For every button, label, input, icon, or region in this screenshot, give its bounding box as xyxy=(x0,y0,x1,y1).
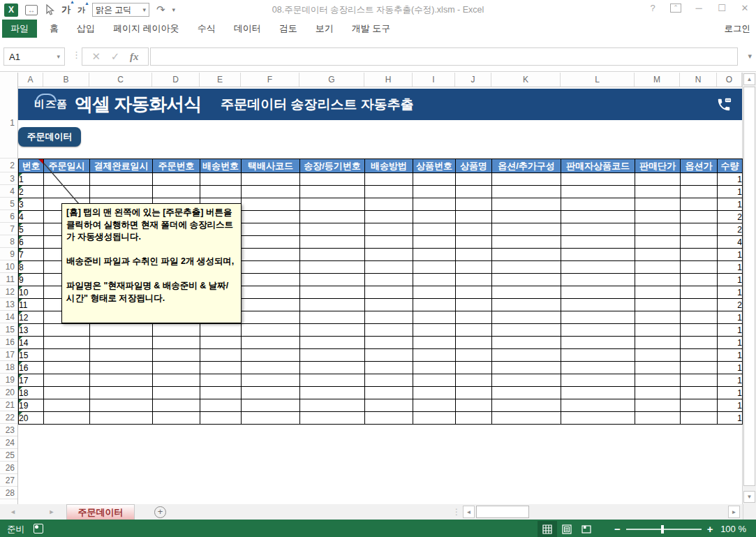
empty-cell[interactable] xyxy=(413,412,456,425)
empty-cell[interactable] xyxy=(561,261,635,274)
table-header-cell[interactable]: 상품명 xyxy=(456,159,492,173)
quantity-cell[interactable]: 1 xyxy=(718,198,743,211)
empty-cell[interactable] xyxy=(242,211,300,223)
column-header[interactable]: N xyxy=(680,73,717,87)
empty-cell[interactable] xyxy=(90,337,153,349)
empty-cell[interactable] xyxy=(492,324,561,337)
empty-cell[interactable] xyxy=(242,286,300,299)
empty-cell[interactable] xyxy=(413,274,456,286)
empty-cell[interactable] xyxy=(456,299,492,311)
empty-cell[interactable] xyxy=(456,198,492,211)
empty-cell[interactable] xyxy=(681,173,718,186)
empty-cell[interactable] xyxy=(456,337,492,349)
row-header[interactable]: 25 xyxy=(0,449,17,462)
empty-cell[interactable] xyxy=(300,311,365,324)
empty-cell[interactable] xyxy=(456,261,492,274)
empty-cell[interactable] xyxy=(365,274,413,286)
empty-cell[interactable] xyxy=(153,186,200,198)
row-header[interactable]: 26 xyxy=(0,462,17,474)
empty-cell[interactable] xyxy=(456,249,492,261)
empty-cell[interactable] xyxy=(492,311,561,324)
empty-cell[interactable] xyxy=(681,236,718,249)
empty-cell[interactable] xyxy=(365,362,413,374)
order-number-cell[interactable]: 3 xyxy=(19,198,44,211)
empty-cell[interactable] xyxy=(413,399,456,412)
empty-cell[interactable] xyxy=(300,274,365,286)
empty-cell[interactable] xyxy=(413,324,456,337)
empty-cell[interactable] xyxy=(242,387,300,399)
empty-cell[interactable] xyxy=(456,374,492,387)
quantity-cell[interactable]: 1 xyxy=(718,311,743,324)
order-number-cell[interactable]: 1 xyxy=(19,173,44,186)
page-break-view-button[interactable] xyxy=(577,521,596,537)
close-icon[interactable]: ✕ xyxy=(739,3,750,13)
empty-cell[interactable] xyxy=(242,274,300,286)
table-header-cell[interactable]: 송장/등기번호 xyxy=(300,159,365,173)
empty-cell[interactable] xyxy=(635,249,681,261)
empty-cell[interactable] xyxy=(492,412,561,425)
row-header[interactable]: 13 xyxy=(0,298,17,311)
row-header[interactable]: 18 xyxy=(0,361,17,374)
empty-cell[interactable] xyxy=(153,374,200,387)
column-header[interactable]: H xyxy=(364,73,413,87)
empty-cell[interactable] xyxy=(413,387,456,399)
order-number-cell[interactable]: 9 xyxy=(19,274,44,286)
empty-cell[interactable] xyxy=(365,399,413,412)
empty-cell[interactable] xyxy=(492,349,561,362)
column-header[interactable]: M xyxy=(635,73,680,87)
quantity-cell[interactable]: 1 xyxy=(718,374,743,387)
quantity-cell[interactable]: 1 xyxy=(718,286,743,299)
empty-cell[interactable] xyxy=(413,261,456,274)
order-number-cell[interactable]: 10 xyxy=(19,286,44,299)
row-header[interactable]: 15 xyxy=(0,323,17,336)
table-header-cell[interactable]: 주문번호 xyxy=(153,159,200,173)
empty-cell[interactable] xyxy=(242,223,300,236)
empty-cell[interactable] xyxy=(561,337,635,349)
empty-cell[interactable] xyxy=(681,337,718,349)
empty-cell[interactable] xyxy=(456,211,492,223)
order-number-cell[interactable]: 13 xyxy=(19,324,44,337)
empty-cell[interactable] xyxy=(635,274,681,286)
table-header-cell[interactable]: 수량 xyxy=(718,159,743,173)
empty-cell[interactable] xyxy=(90,324,153,337)
horizontal-scrollbar-thumb[interactable] xyxy=(476,506,529,518)
column-header[interactable]: O xyxy=(717,73,742,87)
table-header-cell[interactable]: 주문일시 xyxy=(44,159,90,173)
new-sheet-icon[interactable]: + xyxy=(154,506,166,518)
empty-cell[interactable] xyxy=(635,173,681,186)
empty-cell[interactable] xyxy=(561,311,635,324)
empty-cell[interactable] xyxy=(681,261,718,274)
table-header-cell[interactable]: 옵션/추가구성 xyxy=(492,159,561,173)
empty-cell[interactable] xyxy=(242,337,300,349)
empty-cell[interactable] xyxy=(635,186,681,198)
empty-cell[interactable] xyxy=(456,399,492,412)
empty-cell[interactable] xyxy=(492,211,561,223)
empty-cell[interactable] xyxy=(413,198,456,211)
quantity-cell[interactable]: 1 xyxy=(718,249,743,261)
empty-cell[interactable] xyxy=(44,412,90,425)
row-header[interactable]: 20 xyxy=(0,386,17,399)
empty-cell[interactable] xyxy=(635,374,681,387)
empty-cell[interactable] xyxy=(492,186,561,198)
order-number-cell[interactable]: 5 xyxy=(19,223,44,236)
quantity-cell[interactable]: 2 xyxy=(718,223,743,236)
empty-cell[interactable] xyxy=(681,274,718,286)
row-header[interactable]: 12 xyxy=(0,286,17,298)
empty-cell[interactable] xyxy=(44,324,90,337)
empty-cell[interactable] xyxy=(561,286,635,299)
order-number-cell[interactable]: 12 xyxy=(19,311,44,324)
empty-cell[interactable] xyxy=(365,299,413,311)
row-header[interactable]: 17 xyxy=(0,348,17,361)
quantity-cell[interactable]: 1 xyxy=(718,261,743,274)
empty-cell[interactable] xyxy=(44,173,90,186)
empty-cell[interactable] xyxy=(413,349,456,362)
empty-cell[interactable] xyxy=(492,249,561,261)
order-number-cell[interactable]: 14 xyxy=(19,337,44,349)
column-header[interactable]: J xyxy=(455,73,491,87)
empty-cell[interactable] xyxy=(44,374,90,387)
expand-formula-bar-icon[interactable]: ▾ xyxy=(748,52,752,61)
table-header-cell[interactable]: 번호 xyxy=(19,159,44,173)
order-number-cell[interactable]: 18 xyxy=(19,387,44,399)
order-number-cell[interactable]: 7 xyxy=(19,249,44,261)
empty-cell[interactable] xyxy=(413,362,456,374)
